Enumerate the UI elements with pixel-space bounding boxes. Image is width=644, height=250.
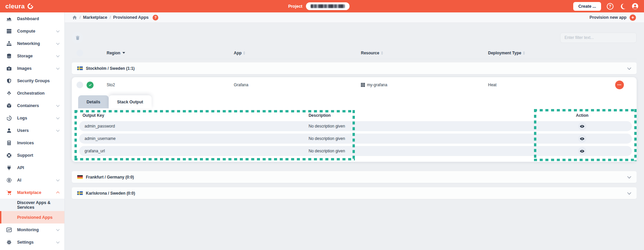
logs-history-icon [6,115,12,121]
chevron-down-icon[interactable] [627,191,631,194]
orchestration-icon [6,91,12,96]
chevron-down-icon [56,66,60,69]
breadcrumb-separator: / [110,15,111,20]
cell-resource: my-grafana [361,83,488,87]
sidebar-item-label: Logs [17,116,27,120]
sidebar-item-settings[interactable]: Settings [0,236,64,248]
dark-mode-moon-icon[interactable] [619,3,626,10]
sidebar-item-api[interactable]: API [0,161,64,174]
api-plug-icon [6,165,12,170]
provision-new-app-button[interactable]: Provision new app + [590,14,636,21]
sidebar-item-label: Monitoring [17,228,39,232]
sidebar-item-label: Containers [17,103,39,108]
region-group-label: Stockholm / Sweden (1:1) [86,66,135,71]
provision-new-app-label: Provision new app [590,15,627,20]
create-button[interactable]: Create ... [573,2,601,11]
sidebar-item-monitoring[interactable]: Monitoring [0,223,64,236]
sidebar-item-security-groups[interactable]: Security Groups [0,74,64,87]
sidebar-item-images[interactable]: Images [0,62,64,74]
cleura-logo[interactable]: cleura [5,3,34,10]
chevron-down-icon [56,228,60,231]
images-camera-icon [6,66,12,71]
column-header-resource[interactable]: Resource [361,51,488,55]
sidebar-item-logs[interactable]: Logs [0,112,64,124]
chevron-down-icon [56,29,60,32]
sidebar-item-label: Users [17,128,29,133]
region-group-stockholm[interactable]: Stockholm / Sweden (1:1) [72,62,637,74]
chevron-down-icon [56,178,60,181]
sidebar-item-compute[interactable]: Compute [0,25,64,37]
chevron-down-icon[interactable] [627,174,631,178]
sidebar-subitem-provisioned-apps[interactable]: Provisioned Apps [0,211,64,223]
column-header-region[interactable]: Region [107,51,234,55]
sidebar-item-storage[interactable]: Storage [0,50,64,62]
delete-selected-button[interactable] [72,32,83,43]
breadcrumb-marketplace[interactable]: Marketplace [83,15,107,20]
sidebar-item-dashboard[interactable]: Dashboard [0,12,64,25]
sidebar-item-label: Security Groups [17,79,50,83]
row-actions-ellipsis-button[interactable]: ••• [615,81,624,89]
resource-name: my-grafana [367,83,387,87]
gear-icon [6,240,12,245]
germany-flag-icon [77,175,83,179]
ai-brain-icon [6,178,12,183]
cleura-logo-icon [27,3,34,9]
column-header-action: Action [532,113,632,118]
chevron-down-icon [56,54,60,57]
tab-stack-output[interactable]: Stack Output [109,95,152,108]
breadcrumb-provisioned-apps[interactable]: Provisioned Apps [113,15,149,20]
column-header-deployment-type[interactable]: Deployment Type [488,51,615,55]
sidebar-item-label: Dashboard [17,16,39,21]
sidebar-item-label: Marketplace [17,190,41,195]
sidebar-item-support[interactable]: Support [0,149,64,161]
sidebar-item-invoices[interactable]: Invoices [0,137,64,149]
sidebar-item-users[interactable]: Users [0,124,64,137]
column-header-app[interactable]: App [234,51,361,55]
filter-input[interactable] [560,33,637,43]
sort-icon [523,51,525,55]
sidebar-item-label: Images [17,66,32,71]
dashboard-icon [6,16,12,21]
region-group-label: Karlskrona / Sweden (0:0) [86,191,135,196]
output-key: admin_password [79,124,309,129]
sidebar-item-ai[interactable]: AI [0,174,64,186]
table-toolbar [72,32,637,43]
tab-details[interactable]: Details [78,95,109,108]
help-icon[interactable]: ? [607,3,613,10]
project-label: Project [288,4,302,9]
project-pill[interactable] [306,2,350,10]
select-all-checkbox[interactable] [76,50,83,56]
home-icon[interactable] [72,15,77,20]
users-person-icon [6,128,12,133]
marketplace-submenu: Discover Apps & Services Provisioned App… [0,199,64,223]
sidebar-item-orchestration[interactable]: Orchestration [0,87,64,99]
sidebar-item-containers[interactable]: Containers [0,99,64,112]
page-help-icon[interactable]: ? [153,15,158,20]
cell-app: Grafana [234,83,361,87]
user-account-icon[interactable] [632,3,639,10]
sidebar-item-networking[interactable]: Networking [0,37,64,50]
sidebar-item-marketplace[interactable]: Marketplace [0,186,64,199]
reveal-value-eye-icon[interactable] [578,135,586,143]
stack-output-header-row: Output Key Description Action [79,110,632,121]
row-checkbox[interactable] [76,82,83,88]
sidebar-subitem-discover-apps[interactable]: Discover Apps & Services [0,199,64,211]
project-selector[interactable]: Project [288,2,350,10]
region-group-frankfurt[interactable]: Frankfurt / Germany (0:0) [72,171,637,183]
chevron-down-icon [56,128,60,132]
reveal-value-eye-icon[interactable] [578,122,586,130]
output-row-admin-password: admin_password No description given [79,121,632,131]
breadcrumb: / Marketplace / Provisioned Apps ? Provi… [65,12,644,23]
status-ok-icon [87,82,94,89]
resource-grid-icon [361,83,365,87]
column-header-description: Description [309,113,532,118]
app-table-row[interactable]: Sto2 Grafana my-grafana Heat ••• [72,77,637,93]
sidebar: Dashboard Compute Networking Storage [0,12,65,250]
sidebar-item-label: Support [17,153,33,158]
reveal-value-eye-icon[interactable] [578,147,586,155]
shield-icon [6,78,12,84]
cleura-logo-text: cleura [5,3,25,10]
sidebar-item-label: AI [17,178,21,183]
chevron-down-icon[interactable] [627,66,631,69]
region-group-karlskrona[interactable]: Karlskrona / Sweden (0:0) [72,187,637,199]
